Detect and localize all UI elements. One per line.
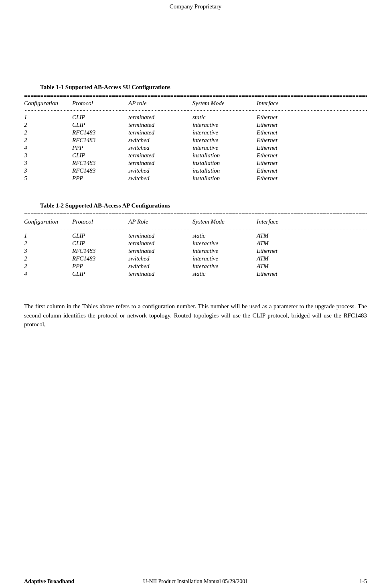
table-1-section: Table 1-1 Supported AB-Access SU Configu… xyxy=(24,84,367,182)
cell-interface: Ethernet xyxy=(257,114,305,121)
table-row: 2 CLIP terminated interactive Ethernet xyxy=(24,121,367,129)
cell-aprole: switched xyxy=(128,175,192,182)
cell-config: 2 xyxy=(24,240,72,247)
table-row: 4 CLIP terminated static Ethernet xyxy=(24,270,367,278)
cell-sysmode: installation xyxy=(192,175,257,182)
cell-aprole: terminated xyxy=(128,240,192,247)
cell-aprole: switched xyxy=(128,263,192,270)
cell-interface: ATM xyxy=(257,232,305,239)
cell-config: 1 xyxy=(24,232,72,239)
cell-protocol: CLIP xyxy=(72,240,128,247)
table-1-title: Table 1-1 Supported AB-Access SU Configu… xyxy=(24,84,367,91)
cell-aprole: terminated xyxy=(128,248,192,254)
header-text: Company Proprietary xyxy=(170,3,222,10)
body-paragraph: The first column in the Tables above ref… xyxy=(24,302,367,329)
cell-protocol: RFC1483 xyxy=(72,137,128,144)
cell-interface: Ethernet xyxy=(257,271,305,277)
col-header-config-2: Configuration xyxy=(24,218,72,225)
footer-page-number: 1-5 xyxy=(359,578,367,585)
cell-interface: Ethernet xyxy=(257,160,305,167)
cell-sysmode: installation xyxy=(192,152,257,159)
cell-config: 2 xyxy=(24,263,72,270)
cell-aprole: switched xyxy=(128,255,192,262)
cell-interface: ATM xyxy=(257,255,305,262)
cell-protocol: CLIP xyxy=(72,271,128,277)
cell-aprole: terminated xyxy=(128,152,192,159)
cell-config: 3 xyxy=(24,248,72,254)
col-header-aprole-1: AP role xyxy=(128,100,192,107)
cell-config: 2 xyxy=(24,137,72,144)
table-row: 2 RFC1483 switched interactive Ethernet xyxy=(24,136,367,144)
cell-config: 4 xyxy=(24,271,72,277)
cell-config: 2 xyxy=(24,122,72,128)
cell-protocol: RFC1483 xyxy=(72,248,128,254)
table-row: 2 RFC1483 terminated interactive Etherne… xyxy=(24,129,367,136)
cell-protocol: CLIP xyxy=(72,122,128,128)
col-header-protocol-2: Protocol xyxy=(72,218,128,225)
cell-protocol: PPP xyxy=(72,263,128,270)
cell-interface: Ethernet xyxy=(257,144,305,151)
cell-sysmode: interactive xyxy=(192,263,257,270)
col-header-aprole-2: AP Role xyxy=(128,218,192,225)
cell-sysmode: installation xyxy=(192,167,257,174)
table-row: 2 RFC1483 switched interactive ATM xyxy=(24,255,367,262)
cell-interface: Ethernet xyxy=(257,167,305,174)
cell-config: 3 xyxy=(24,152,72,159)
page-header: Company Proprietary xyxy=(0,0,391,12)
cell-aprole: switched xyxy=(128,167,192,174)
table-row: 3 RFC1483 terminated installation Ethern… xyxy=(24,159,367,167)
cell-config: 4 xyxy=(24,144,72,151)
cell-config: 5 xyxy=(24,175,72,182)
footer-middle: U-NII Product Installation Manual 05/29/… xyxy=(143,578,248,585)
table-row: 1 CLIP terminated static ATM xyxy=(24,232,367,240)
cell-aprole: terminated xyxy=(128,114,192,121)
cell-protocol: CLIP xyxy=(72,152,128,159)
cell-interface: Ethernet xyxy=(257,175,305,182)
table-row: 3 RFC1483 switched installation Ethernet xyxy=(24,167,367,175)
cell-config: 2 xyxy=(24,255,72,262)
table-row: 3 CLIP terminated installation Ethernet xyxy=(24,152,367,159)
col-header-config-1: Configuration xyxy=(24,100,72,107)
table-2-dash: ----------------------------------------… xyxy=(24,226,367,232)
table-2-header-row: Configuration Protocol AP Role System Mo… xyxy=(24,218,367,226)
cell-config: 2 xyxy=(24,129,72,136)
table-row: 4 PPP switched interactive Ethernet xyxy=(24,144,367,152)
cell-aprole: terminated xyxy=(128,129,192,136)
cell-interface: Ethernet xyxy=(257,248,305,254)
cell-sysmode: static xyxy=(192,232,257,239)
cell-sysmode: interactive xyxy=(192,240,257,247)
cell-interface: Ethernet xyxy=(257,152,305,159)
table-1-dash: ----------------------------------------… xyxy=(24,108,367,114)
cell-interface: Ethernet xyxy=(257,122,305,128)
cell-interface: ATM xyxy=(257,263,305,270)
col-header-protocol-1: Protocol xyxy=(72,100,128,107)
cell-protocol: RFC1483 xyxy=(72,129,128,136)
cell-interface: ATM xyxy=(257,240,305,247)
page-footer: Adaptive Broadband U-NII Product Install… xyxy=(0,575,391,588)
cell-sysmode: interactive xyxy=(192,122,257,128)
table-row: 2 PPP switched interactive ATM xyxy=(24,262,367,270)
cell-interface: Ethernet xyxy=(257,129,305,136)
col-header-interface-1: Interface xyxy=(257,100,305,107)
cell-protocol: CLIP xyxy=(72,114,128,121)
table-2-equals-top: ========================================… xyxy=(24,212,367,218)
cell-protocol: RFC1483 xyxy=(72,255,128,262)
table-2-title: Table 1-2 Supported AB-Access AP Configu… xyxy=(24,202,367,209)
table-row: 2 CLIP terminated interactive ATM xyxy=(24,240,367,247)
footer-brand: Adaptive Broadband xyxy=(24,578,74,585)
cell-aprole: terminated xyxy=(128,271,192,277)
cell-config: 3 xyxy=(24,167,72,174)
cell-protocol: RFC1483 xyxy=(72,160,128,167)
cell-sysmode: interactive xyxy=(192,144,257,151)
table-2-section: Table 1-2 Supported AB-Access AP Configu… xyxy=(24,202,367,278)
cell-sysmode: interactive xyxy=(192,129,257,136)
cell-aprole: terminated xyxy=(128,232,192,239)
cell-sysmode: interactive xyxy=(192,255,257,262)
cell-config: 3 xyxy=(24,160,72,167)
cell-interface: Ethernet xyxy=(257,137,305,144)
cell-sysmode: static xyxy=(192,271,257,277)
table-row: 1 CLIP terminated static Ethernet xyxy=(24,114,367,121)
cell-protocol: CLIP xyxy=(72,232,128,239)
cell-config: 1 xyxy=(24,114,72,121)
table-row: 3 RFC1483 terminated interactive Etherne… xyxy=(24,247,367,255)
